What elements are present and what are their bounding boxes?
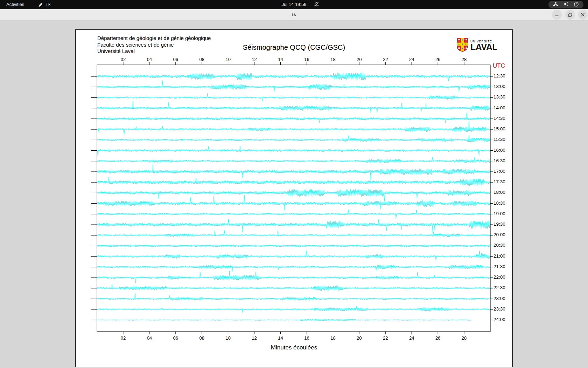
seismogram-plot — [76, 30, 512, 367]
minimize-button[interactable] — [552, 10, 562, 20]
network-wired-icon — [553, 2, 558, 8]
tk-window-content: Département de géologie et de génie géol… — [0, 21, 588, 368]
window-title: tk — [0, 9, 588, 20]
clock-button[interactable]: Jul 14 19:59 — [279, 0, 309, 9]
maximize-button[interactable] — [565, 10, 575, 20]
close-button[interactable] — [578, 10, 588, 20]
power-icon — [574, 1, 579, 8]
system-tray[interactable] — [548, 1, 583, 8]
notifications-muted-icon — [314, 2, 319, 8]
window-titlebar: tk — [0, 9, 588, 21]
gnome-topbar: Activities Tk Jul 14 19:59 — [0, 0, 588, 9]
volume-icon — [563, 1, 569, 8]
x-axis-title: Minutes écoulées — [76, 344, 512, 351]
seismograph-panel: Département de géologie et de génie géol… — [75, 29, 513, 367]
desktop: Activities Tk Jul 14 19:59 — [0, 0, 588, 368]
